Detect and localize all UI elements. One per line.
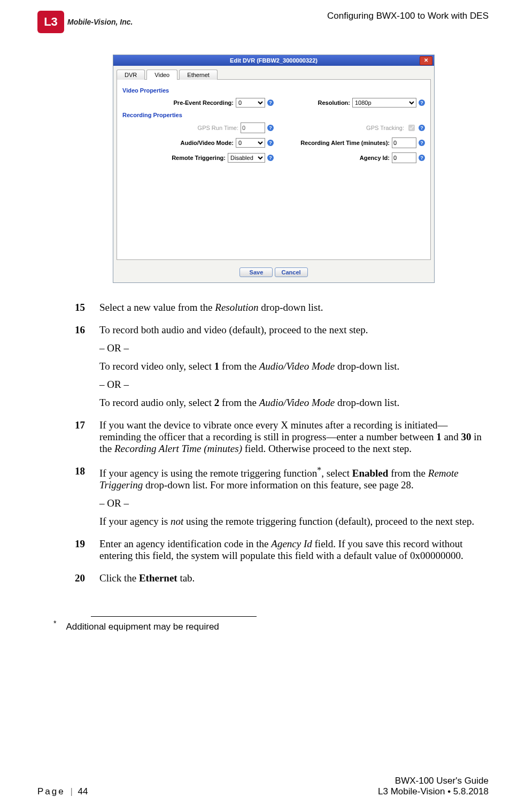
- footer-sep: |: [70, 786, 72, 796]
- tab-dvr[interactable]: DVR: [117, 70, 145, 80]
- label-av-mode: Audio/Video Mode:: [181, 140, 234, 146]
- tab-strip: DVR Video Ethernet: [113, 66, 434, 79]
- edit-dvr-dialog: Edit DVR (FBBW2_3000000322) ✕ DVR Video …: [113, 55, 435, 283]
- tab-ethernet[interactable]: Ethernet: [179, 70, 218, 80]
- text: tab.: [177, 572, 195, 584]
- text: Enter an agency identification code in t…: [99, 538, 271, 549]
- text: If your agency is: [99, 516, 171, 527]
- footnote-text: Additional equipment may be required: [66, 622, 219, 632]
- page-label: Page: [37, 786, 65, 796]
- text: and: [442, 431, 461, 442]
- text: drop-down list.: [335, 361, 399, 372]
- help-icon[interactable]: ?: [419, 125, 425, 131]
- step-number: 19: [75, 538, 90, 562]
- footnote: * Additional equipment may be required: [53, 619, 489, 632]
- text-bold: 30: [461, 431, 471, 442]
- footer-left: Page | 44: [37, 786, 88, 797]
- page-footer: Page | 44 BWX-100 User's Guide L3 Mobile…: [37, 776, 489, 797]
- label-gps-tracking: GPS Tracking:: [366, 125, 404, 131]
- footer-dot: •: [447, 786, 451, 796]
- footer-date: 5.8.2018: [453, 786, 489, 796]
- step-number: 17: [75, 419, 90, 455]
- step-16: 16 To record both audio and video (defau…: [75, 324, 489, 409]
- doc-section-title: Configuring BWX-100 to Work with DES: [327, 11, 489, 21]
- text: from the: [219, 361, 259, 372]
- text-bold: Ethernet: [139, 572, 177, 584]
- av-mode-select[interactable]: 0: [236, 138, 265, 148]
- footnote-star: *: [53, 619, 57, 627]
- text-italic: Resolution: [215, 302, 258, 313]
- step-number: 15: [75, 302, 90, 313]
- step-19: 19 Enter an agency identification code i…: [75, 538, 489, 562]
- label-remote-trig: Remote Triggering:: [172, 155, 226, 161]
- section-recording-props: Recording Properties: [122, 112, 425, 118]
- label-gps-run: GPS Run Time:: [198, 125, 238, 131]
- label-alert-time: Recording Alert Time (minutes):: [300, 140, 390, 146]
- gps-run-field: [241, 122, 265, 133]
- text-italic: Audio/Video Mode: [259, 361, 335, 372]
- close-button[interactable]: ✕: [420, 56, 432, 65]
- footnote-rule: [91, 616, 257, 617]
- text: drop-down list.: [335, 397, 399, 408]
- text: drop-down list. For more information on …: [143, 479, 414, 491]
- text-or: – OR –: [99, 379, 489, 390]
- section-video-props: Video Properties: [122, 87, 425, 94]
- logo-text: Mobile-Vision, Inc.: [67, 18, 133, 26]
- help-icon[interactable]: ?: [419, 140, 425, 146]
- dialog-button-bar: Save Cancel: [113, 263, 434, 282]
- text-italic: Recording Alert Time (minutes): [114, 443, 242, 454]
- tab-video[interactable]: Video: [146, 70, 177, 80]
- label-resolution: Resolution:: [318, 99, 351, 106]
- text: To record video only, select: [99, 361, 214, 372]
- remote-trig-select[interactable]: Disabled: [228, 153, 265, 163]
- text-bold: 2: [214, 397, 220, 408]
- footer-right: BWX-100 User's Guide L3 Mobile-Vision • …: [378, 776, 489, 797]
- save-button[interactable]: Save: [239, 267, 273, 277]
- text: from the: [388, 468, 428, 479]
- step-number: 16: [75, 324, 90, 409]
- text: using the remote triggering function (de…: [183, 516, 474, 527]
- text: from the: [219, 397, 259, 408]
- help-icon[interactable]: ?: [267, 125, 274, 131]
- text-italic: not: [171, 516, 183, 527]
- text-bold: 1: [436, 431, 442, 442]
- tab-panel: Video Properties Pre-Event Recording: 0 …: [117, 79, 431, 260]
- footer-org: L3 Mobile-Vision: [378, 786, 445, 796]
- page-number: 44: [78, 786, 88, 796]
- text: If your agency is using the remote trigg…: [99, 468, 317, 479]
- text: field. Otherwise proceed to the next ste…: [242, 443, 412, 454]
- pre-event-select[interactable]: 0: [236, 98, 265, 108]
- text-or: – OR –: [99, 342, 489, 354]
- dialog-screenshot: Edit DVR (FBBW2_3000000322) ✕ DVR Video …: [59, 55, 489, 283]
- help-icon[interactable]: ?: [419, 155, 425, 161]
- agency-id-field[interactable]: [392, 152, 416, 163]
- guide-title: BWX-100 User's Guide: [378, 776, 489, 786]
- step-18: 18 If your agency is using the remote tr…: [75, 465, 489, 527]
- text: Click the: [99, 572, 139, 584]
- text-or: – OR –: [99, 497, 489, 509]
- text-italic: Agency Id: [271, 538, 312, 549]
- alert-time-field[interactable]: [392, 137, 416, 148]
- dialog-title: Edit DVR (FBBW2_3000000322): [230, 57, 318, 64]
- step-20: 20 Click the Ethernet tab.: [75, 572, 489, 584]
- text: , select: [321, 468, 352, 479]
- text: If you want the device to vibrate once e…: [99, 419, 448, 442]
- label-pre-event: Pre-Event Recording:: [174, 99, 234, 106]
- cancel-button[interactable]: Cancel: [275, 267, 308, 277]
- text: To record audio only, select: [99, 397, 214, 408]
- help-icon[interactable]: ?: [419, 99, 425, 106]
- text-italic: Audio/Video Mode: [259, 397, 335, 408]
- text-bold: 1: [214, 361, 220, 372]
- help-icon[interactable]: ?: [267, 155, 274, 161]
- resolution-select[interactable]: 1080p: [352, 98, 416, 108]
- logo-mark: L3: [37, 11, 64, 33]
- text: drop-down list.: [259, 302, 323, 313]
- help-icon[interactable]: ?: [267, 140, 274, 146]
- dialog-titlebar: Edit DVR (FBBW2_3000000322) ✕: [113, 55, 434, 66]
- help-icon[interactable]: ?: [267, 99, 274, 106]
- text-bold: Enabled: [352, 468, 389, 479]
- step-number: 18: [75, 465, 90, 527]
- text: Select a new value from the: [99, 302, 215, 313]
- step-15: 15 Select a new value from the Resolutio…: [75, 302, 489, 313]
- page-header: L3 Mobile-Vision, Inc. Configuring BWX-1…: [37, 11, 489, 33]
